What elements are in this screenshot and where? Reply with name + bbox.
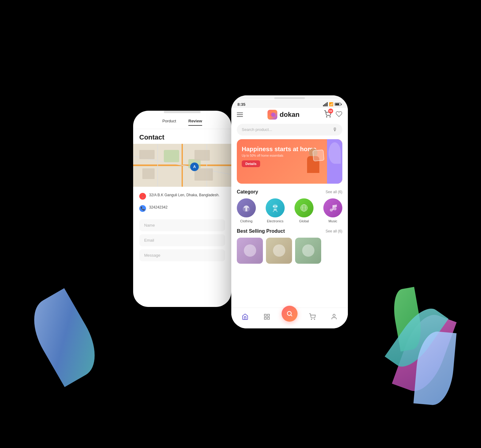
nav-search-button[interactable] [282,306,298,322]
svg-rect-35 [267,317,269,319]
location-icon: 📍 [139,193,146,200]
phone-text: 324242342 [149,205,167,210]
categories-list: Clothing Electronics [231,198,348,227]
svg-point-23 [276,206,277,207]
electronics-circle [266,198,285,217]
svg-point-40 [333,314,335,316]
feather-blue-left [22,288,107,387]
contact-info: 📍 32/A B.K Ganguli Len, Dhaka, Banglades… [133,187,231,217]
svg-rect-8 [139,150,155,159]
svg-point-36 [287,312,291,316]
svg-rect-34 [264,317,266,319]
wifi-icon: 📶 [329,102,333,106]
category-music[interactable]: Music [323,198,342,223]
svg-point-16 [326,117,327,117]
music-circle [323,198,342,217]
clothing-circle [237,198,256,217]
svg-point-29 [330,209,333,212]
wishlist-button[interactable] [336,111,342,119]
svg-rect-9 [142,168,155,179]
product-2[interactable] [266,238,292,264]
message-field[interactable]: Message [139,249,225,261]
product-1[interactable] [237,238,263,264]
nav-profile[interactable] [327,310,341,324]
electronics-label: Electronics [267,219,283,223]
contact-form: Name Email Message [133,217,231,266]
svg-point-17 [330,117,330,117]
svg-rect-6 [164,150,179,162]
logo-area: dokan [267,110,300,120]
svg-text:A: A [193,165,196,169]
phone-icon: 📞 [139,205,146,212]
address-item: 📍 32/A B.K Ganguli Len, Dhaka, Banglades… [139,190,225,202]
clothing-label: Clothing [240,219,252,223]
header-icons: 02 [324,110,342,119]
map-view: A [133,144,231,187]
status-icons: 📶 [323,102,342,106]
promo-banner[interactable]: Happiness starts at home Up to 50% off h… [237,139,342,184]
product-3[interactable] [295,238,321,264]
signal-icon [323,102,328,106]
best-selling-title: Best Selling Product [237,228,285,234]
cart-button[interactable]: 02 [324,110,331,119]
global-label: Global [299,219,309,223]
category-see-all[interactable]: See all (6) [325,190,342,194]
best-selling-see-all[interactable]: See all (6) [325,229,342,233]
svg-rect-11 [194,168,213,181]
status-bar: 8:35 📶 [231,100,348,108]
front-phone: 8:35 📶 [231,95,348,328]
cart-badge: 02 [328,109,333,113]
front-phone-notch [274,97,305,99]
back-phone: Porduct Review Contact [133,111,231,307]
category-title: Category [237,189,258,195]
svg-rect-32 [264,314,266,316]
feather-green-right [390,287,425,352]
tab-review[interactable]: Review [188,119,202,126]
svg-point-30 [333,207,337,210]
address-text: 32/A B.K Ganguli Len, Dhaka, Bangladesh. [149,192,220,198]
search-bar[interactable]: Search product... 🎙 [237,124,342,136]
feather-lightblue-right [414,330,456,407]
category-electronics[interactable]: Electronics [266,198,285,223]
back-phone-notch [164,111,201,113]
category-global[interactable]: Global [294,198,314,223]
nav-grid[interactable] [260,310,274,324]
feather-teal-right [385,301,448,374]
phone-item: 📞 324242342 [139,202,225,214]
music-label: Music [329,219,337,223]
mic-icon[interactable]: 🎙 [333,127,337,132]
bottom-nav [231,308,348,328]
svg-point-38 [311,319,312,320]
back-tabs: Porduct Review [133,116,231,129]
feather-purple-right [392,309,456,397]
svg-line-37 [291,315,292,316]
svg-rect-10 [194,150,210,161]
product-strip [231,238,348,264]
app-logo-icon [267,110,277,120]
category-section-header: Category See all (6) [231,188,348,198]
nav-cart[interactable] [306,310,319,324]
app-header: dokan 02 [231,108,348,123]
global-circle [294,198,314,217]
svg-point-15 [271,113,275,117]
svg-rect-31 [333,205,333,210]
tab-product[interactable]: Porduct [162,119,176,126]
category-clothing[interactable]: Clothing [237,198,256,223]
svg-rect-33 [267,314,269,316]
svg-rect-21 [274,209,277,211]
name-field[interactable]: Name [139,219,225,231]
contact-title: Contact [133,129,231,144]
email-field[interactable]: Email [139,234,225,246]
banner-button[interactable]: Details [242,160,260,167]
svg-point-39 [314,319,315,320]
battery-icon [335,103,342,106]
banner-person [301,147,325,184]
best-selling-header: Best Selling Product See all (6) [231,227,348,238]
status-time: 8:35 [237,102,245,107]
svg-point-22 [273,206,274,207]
phones-container: Porduct Review Contact [133,86,348,362]
app-logo-text: dokan [280,111,300,119]
nav-home[interactable] [238,310,252,324]
hamburger-menu[interactable] [237,113,243,117]
search-placeholder: Search product... [242,127,272,132]
